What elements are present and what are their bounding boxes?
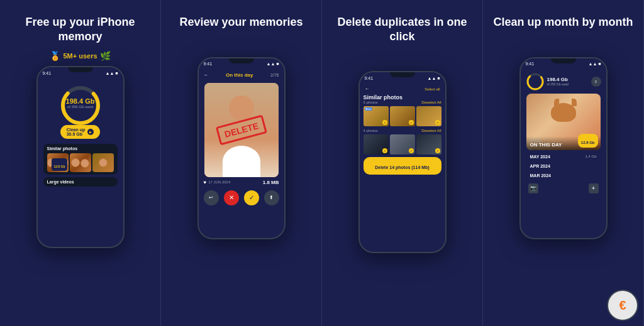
status-icons-2: ▲▲ ■: [266, 62, 279, 66]
similar-photos-section: Similar photos: [360, 94, 445, 101]
dog-photo-1: Best ✓: [364, 106, 389, 126]
month-item-apr[interactable]: APR 2024: [526, 162, 601, 170]
photo-group-city: 4 photos Deselect All ✓ ✓ ✓: [360, 129, 445, 155]
watermark: €: [607, 290, 638, 321]
cleanup-badge-text: 12.8 Gb: [53, 165, 65, 168]
similar-photos-card[interactable]: Similar photos 12.8 Gb: [43, 144, 118, 175]
status-icons: ▲▲ ■: [105, 71, 118, 75]
dup-back-btn[interactable]: ←: [365, 86, 370, 92]
phone-notch-4: [551, 58, 576, 63]
deselect-btn-1[interactable]: Deselect All: [421, 101, 441, 104]
plus-icon-btn[interactable]: +: [589, 183, 599, 193]
storage-donut: 198.4 Gb of 256 Gb used: [38, 84, 123, 109]
storage-circle-chart: [526, 72, 545, 91]
clean-btn-sub: 30.9 Gb: [67, 132, 86, 136]
dup-title: Similar photos: [364, 94, 441, 101]
dog-photo-grid: Best ✓ ✓ ✓: [364, 106, 441, 126]
phone-mockup-1: 9:41 ▲▲ ■ 198.4 Gb of 256 Gb used Clean …: [36, 66, 125, 248]
city-photo-3: ✓: [416, 134, 441, 155]
watermark-symbol: €: [619, 298, 626, 313]
group-header-2: 4 photos Deselect All: [364, 129, 441, 133]
phone-mockup-4: 9:41 ▲▲ ■ 198.4 Gb of 256 Gb used ≡: [519, 57, 608, 239]
dog-photo-3: ✓: [416, 106, 441, 126]
large-videos-card[interactable]: Large videos: [43, 177, 118, 187]
month-item-may[interactable]: MAY 2024 1.4 Gb: [526, 153, 601, 161]
photo-check-1[interactable]: ✓: [382, 120, 387, 125]
status-icons-4: ▲▲ ■: [588, 62, 601, 66]
back-btn[interactable]: ←: [204, 72, 209, 78]
large-videos-label: Large videos: [47, 180, 114, 184]
city-photo-2: ✓: [390, 134, 415, 155]
laurel-right-icon: 🌿: [100, 51, 111, 61]
status-time-4: 9:41: [526, 62, 535, 66]
photo-thumb-2: [70, 153, 91, 172]
panel-2-title: Review your memories: [179, 15, 303, 30]
memory-photo: DELETE: [204, 83, 279, 177]
month-list: MAY 2024 1.4 Gb APR 2024 MAR 2024: [526, 153, 601, 180]
panel-review-memories: Review your memories 9:41 ▲▲ ■ ← On this…: [161, 0, 322, 326]
delete-photos-button[interactable]: Delete 14 photos (114 Mb): [364, 157, 441, 175]
memory-size: 1.8 MB: [263, 180, 279, 185]
people-photo-2: [70, 153, 91, 172]
badge-container: 🏅 5M+ users 🌿: [50, 51, 110, 61]
photo-thumb-3: [92, 153, 114, 172]
photo-group-dogs: 5 photos Deselect All Best ✓ ✓ ✓: [360, 101, 445, 126]
svg-point-3: [528, 74, 543, 89]
status-time: 9:41: [43, 71, 52, 75]
storage-circle: 198.4 Gb of 256 Gb used ≡: [521, 70, 606, 94]
undo-button[interactable]: ↩: [204, 190, 219, 205]
badge-text: 5M+ users: [63, 52, 97, 60]
delete-button[interactable]: ✕: [224, 190, 239, 205]
panel-4-title: Clean up month by month: [494, 15, 633, 30]
memory-count: 2/76: [270, 73, 279, 77]
panel-clean-month: Clean up month by month 9:41 ▲▲ ■ 198.4 …: [483, 0, 644, 326]
dog-photo-2: ✓: [390, 106, 415, 126]
deselect-btn-2[interactable]: Deselect All: [421, 129, 441, 133]
memory-date: 17 JUN 2024: [208, 180, 230, 184]
month-name-mar: MAR 2024: [530, 173, 551, 178]
storage-sub-4: of 256 Gb used: [547, 82, 589, 86]
photo-thumb-1: 12.8 Gb: [47, 153, 69, 172]
cleanup-badge: 12.8 Gb: [52, 158, 67, 171]
menu-icon[interactable]: ≡: [591, 77, 601, 87]
storage-sub: of 256 Gb used: [66, 105, 95, 109]
phone-notch: [68, 67, 93, 72]
similar-photos-label: Similar photos: [47, 146, 114, 151]
person-head: [229, 95, 254, 121]
dup-header: ← Select all: [360, 84, 445, 94]
storage-label: 198.4 Gb of 256 Gb used: [66, 97, 95, 109]
clean-up-button[interactable]: Clean up 30.9 Gb ▶: [60, 125, 101, 139]
select-all-btn[interactable]: Select all: [425, 87, 440, 91]
month-name-apr: APR 2024: [530, 164, 550, 168]
photo-thumbnails: 12.8 Gb: [47, 153, 114, 172]
memory-title: On this day: [226, 72, 253, 78]
photo-check-3[interactable]: ✓: [435, 120, 440, 125]
keep-button[interactable]: ✓: [244, 190, 259, 205]
camera-icon-btn[interactable]: 📷: [528, 183, 538, 193]
delete-photos-text: Delete 14 photos (114 Mb): [375, 165, 429, 170]
photo-check-2[interactable]: ✓: [409, 120, 414, 125]
phone-notch-3: [390, 72, 415, 77]
month-item-mar[interactable]: MAR 2024: [526, 171, 601, 180]
memory-header: ← On this day 2/76: [199, 70, 284, 80]
play-icon: ▶: [87, 129, 94, 135]
camera-icon: 📷: [530, 185, 536, 191]
memory-info: ♥ 17 JUN 2024 1.8 MB: [199, 180, 284, 185]
storage-gb-4: 198.4 Gb: [547, 77, 589, 82]
cat-photo: 17 JUN ON THIS DAY 12.8 Gb: [526, 94, 601, 150]
status-time-2: 9:41: [204, 62, 213, 66]
phone-mockup-2: 9:41 ▲▲ ■ ← On this day 2/76 DELETE ♥ 17…: [197, 57, 286, 239]
month-size-may: 1.4 Gb: [585, 155, 596, 158]
share-button[interactable]: ⬆: [264, 190, 279, 205]
phone-notch-2: [229, 58, 254, 63]
status-icons-3: ▲▲ ■: [427, 76, 440, 80]
status-time-3: 9:41: [365, 76, 374, 80]
city-check-3[interactable]: ✓: [435, 148, 440, 153]
group-count-2: 4 photos: [364, 129, 378, 133]
city-check-1[interactable]: ✓: [382, 148, 387, 153]
city-photo-grid: ✓ ✓ ✓: [364, 134, 441, 155]
size-badge-text: 12.8 Gb: [581, 141, 595, 144]
panel-1-title: Free up your iPhone memory: [10, 15, 150, 43]
panel-3-title: Delete duplicates in one click: [332, 15, 472, 43]
city-check-2[interactable]: ✓: [409, 148, 414, 153]
